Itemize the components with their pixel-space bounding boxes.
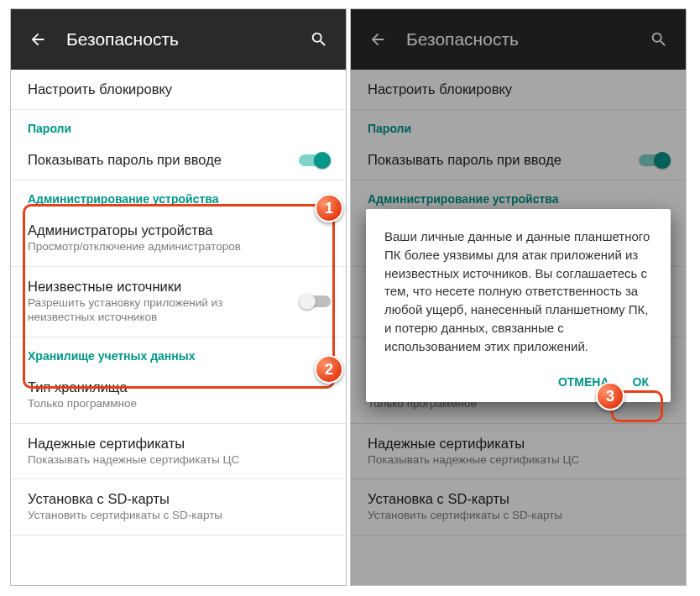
section-device-admin: Администрирование устройства	[351, 180, 686, 211]
back-icon	[366, 30, 389, 49]
row-device-admins[interactable]: Администраторы устройства Просмотр/отклю…	[11, 211, 346, 267]
back-icon[interactable]	[26, 30, 50, 49]
section-passwords: Пароли	[11, 110, 346, 140]
dialog-message: Ваши личные данные и данные планшетного …	[384, 227, 652, 355]
page-title: Безопасность	[66, 29, 307, 50]
search-icon	[647, 30, 671, 49]
row-storage-type[interactable]: Тип хранилища Только программное	[11, 368, 346, 424]
row-unknown-sources[interactable]: Неизвестные источники Разрешить установк…	[11, 267, 346, 337]
confirm-dialog: Ваши личные данные и данные планшетного …	[366, 209, 671, 402]
ok-button[interactable]: ОК	[633, 375, 649, 389]
row-show-password[interactable]: Показывать пароль при вводе	[11, 140, 346, 180]
left-screen: Безопасность Настроить блокировку Пароли…	[10, 8, 347, 586]
callout-badge-2: 2	[315, 355, 343, 384]
toolbar: Безопасность	[351, 9, 686, 70]
toggle-unknown-sources[interactable]	[299, 293, 331, 310]
settings-list[interactable]: Настроить блокировку Пароли Показывать п…	[11, 70, 346, 536]
row-show-password: Показывать пароль при вводе	[351, 140, 686, 180]
callout-badge-3: 3	[596, 382, 624, 410]
toggle-show-password[interactable]	[299, 152, 331, 169]
row-configure-lock[interactable]: Настроить блокировку	[11, 70, 346, 110]
row-trusted-certs: Надежные сертификаты Показывать надежные…	[351, 424, 686, 480]
row-install-sd: Установка с SD-карты Установить сертифик…	[351, 479, 686, 536]
section-passwords: Пароли	[351, 110, 686, 140]
search-icon[interactable]	[307, 30, 331, 49]
row-install-sd[interactable]: Установка с SD-карты Установить сертифик…	[11, 479, 346, 536]
page-title: Безопасность	[406, 29, 647, 50]
row-configure-lock: Настроить блокировку	[351, 70, 686, 110]
section-device-admin: Администрирование устройства	[11, 180, 346, 211]
callout-badge-1: 1	[315, 194, 343, 222]
row-trusted-certs[interactable]: Надежные сертификаты Показывать надежные…	[11, 424, 346, 480]
section-cred-storage: Хранилище учетных данных	[11, 337, 346, 368]
right-screen: Безопасность Настроить блокировку Пароли…	[350, 8, 687, 586]
toolbar: Безопасность	[11, 9, 346, 70]
toggle-show-password	[639, 152, 671, 169]
